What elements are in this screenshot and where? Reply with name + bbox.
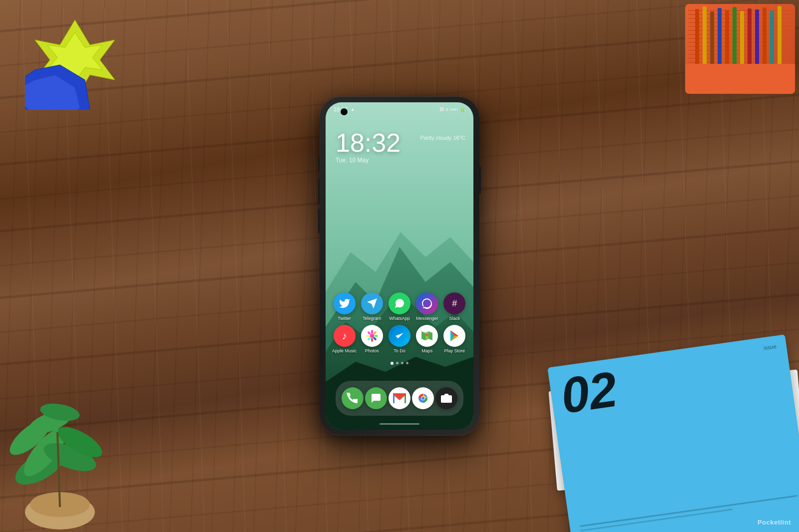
apple-music-label: Apple Music (332, 348, 357, 353)
apple-music-icon: ♪ (334, 325, 356, 347)
clock-date: Tue, 10 May (336, 157, 400, 164)
status-icons: ⬜ B WiFi 🔋 (439, 107, 465, 112)
svg-point-56 (421, 397, 424, 400)
dock-chrome[interactable] (412, 387, 434, 409)
power-button[interactable] (479, 166, 481, 194)
svg-rect-3 (718, 8, 722, 69)
svg-rect-6 (740, 11, 744, 69)
whatsapp-label: WhatsApp (389, 316, 410, 321)
messenger-icon (416, 292, 438, 314)
play-store-label: Play Store (444, 348, 465, 353)
page-dot-2[interactable] (396, 362, 399, 364)
messages-icon (365, 387, 387, 409)
app-play-store[interactable]: Play Store (441, 325, 467, 353)
app-twitter[interactable]: Twitter (332, 292, 358, 321)
app-grid: Twitter Telegram WhatsApp (326, 292, 473, 357)
twitter-icon (334, 292, 356, 314)
svg-rect-7 (748, 8, 752, 69)
app-messenger[interactable]: Messenger (414, 292, 440, 321)
page-dot-1[interactable] (391, 362, 394, 365)
app-photos[interactable]: Photos (359, 325, 385, 353)
phone-icon (342, 387, 364, 409)
app-row-2: ♪ Apple Music (331, 325, 468, 353)
app-whatsapp[interactable]: WhatsApp (387, 292, 412, 321)
photos-icon (361, 325, 383, 347)
telegram-label: Telegram (363, 316, 381, 321)
magazine-decoration: 02 issue £s1.3... (547, 334, 799, 532)
wifi-icon: WiFi (450, 107, 458, 112)
photos-label: Photos (365, 348, 379, 353)
bluetooth-icon: B (446, 107, 448, 112)
dock-messages[interactable] (365, 387, 387, 409)
phone-screen: 18:32 ▲ ⬜ B WiFi 🔋 18:32 Tue, 10 May Par… (326, 102, 473, 430)
svg-point-39 (366, 335, 370, 337)
svg-rect-5 (733, 7, 737, 69)
svg-point-32 (370, 334, 374, 338)
clock-widget: 18:32 Tue, 10 May (336, 130, 400, 164)
telegram-icon (361, 292, 383, 314)
twitter-label: Twitter (338, 316, 351, 321)
status-bar: 18:32 ▲ ⬜ B WiFi 🔋 (326, 102, 473, 116)
page-dots (326, 362, 473, 365)
page-dot-4[interactable] (406, 362, 408, 364)
svg-rect-8 (755, 9, 759, 69)
dock-camera[interactable] (435, 387, 457, 409)
svg-rect-12 (685, 64, 795, 94)
clock-time: 18:32 (336, 130, 400, 156)
todo-label: To Do (394, 348, 405, 353)
todo-icon (389, 325, 410, 347)
app-maps[interactable]: Maps (414, 325, 440, 353)
svg-rect-1 (703, 6, 707, 69)
whatsapp-icon (389, 292, 410, 314)
chrome-icon (412, 387, 434, 409)
signal-icon: ▲ (351, 107, 355, 112)
phone-body: 18:32 ▲ ⬜ B WiFi 🔋 18:32 Tue, 10 May Par… (320, 96, 479, 436)
pencil-holder (685, 4, 795, 94)
svg-point-35 (374, 335, 378, 337)
plant-decoration (0, 357, 120, 532)
app-todo[interactable]: To Do (387, 325, 412, 353)
front-camera (341, 108, 348, 115)
maps-icon (416, 325, 438, 347)
slack-label: Slack (449, 316, 460, 321)
svg-rect-10 (770, 10, 774, 69)
svg-rect-4 (725, 10, 729, 69)
gmail-icon (389, 387, 410, 409)
app-slack[interactable]: # Slack (441, 292, 467, 321)
origami-yellow (25, 10, 125, 110)
svg-point-37 (371, 338, 373, 342)
slack-icon: # (443, 292, 465, 314)
svg-point-43 (426, 334, 428, 336)
camera-icon (435, 387, 457, 409)
svg-rect-2 (710, 11, 714, 69)
home-indicator[interactable] (380, 423, 419, 425)
svg-point-33 (371, 330, 373, 334)
page-dot-3[interactable] (401, 362, 403, 364)
svg-rect-0 (695, 9, 699, 69)
dock (336, 381, 463, 416)
app-telegram[interactable]: Telegram (359, 292, 385, 321)
book-number: 02 (558, 364, 620, 421)
phone: 18:32 ▲ ⬜ B WiFi 🔋 18:32 Tue, 10 May Par… (320, 96, 479, 436)
messenger-label: Messenger (416, 316, 438, 321)
dock-icon: ⬜ (439, 107, 444, 112)
weather-description: Partly cloudy 16°C (420, 135, 465, 141)
app-apple-music[interactable]: ♪ Apple Music (332, 325, 358, 353)
battery-icon: 🔋 (459, 107, 465, 112)
maps-label: Maps (421, 348, 432, 353)
play-store-icon (443, 325, 465, 347)
watermark: Pocketlint (758, 519, 791, 526)
app-row-1: Twitter Telegram WhatsApp (331, 292, 468, 321)
book-issue-label: issue (763, 343, 777, 351)
dock-gmail[interactable] (389, 387, 410, 409)
svg-rect-9 (763, 7, 767, 69)
svg-rect-11 (778, 6, 782, 69)
dock-phone[interactable] (342, 387, 364, 409)
weather-widget: Partly cloudy 16°C (420, 135, 465, 141)
